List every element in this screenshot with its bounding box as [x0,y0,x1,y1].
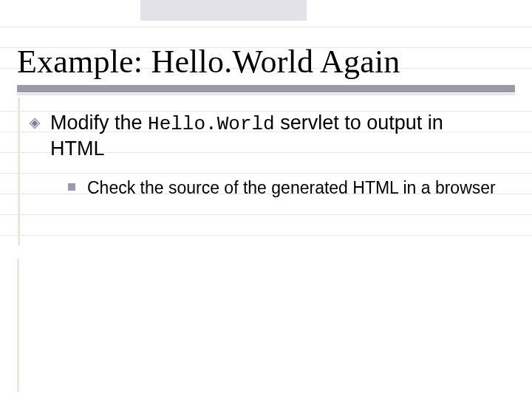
bullet-text-pre: Modify the [50,112,148,134]
slide-title: Example: Hello.World Again [17,43,515,81]
header-shade [140,0,307,21]
bullet-level-2: Check the source of the generated HTML i… [68,177,502,199]
square-bullet-icon [68,183,75,191]
margin-rule [17,259,19,392]
bullet-text-code: Hello.World [148,113,275,135]
title-underline [17,85,515,95]
diamond-bullet-icon [30,118,40,129]
title-area: Example: Hello.World Again [17,43,515,95]
bullet-text: Check the source of the generated HTML i… [87,178,496,197]
margin-rule [18,98,20,245]
bullet-level-1: Modify the Hello.World servlet to output… [30,111,502,161]
slide: Example: Hello.World Again Modify the He… [0,0,532,399]
slide-body: Modify the Hello.World servlet to output… [30,111,502,200]
